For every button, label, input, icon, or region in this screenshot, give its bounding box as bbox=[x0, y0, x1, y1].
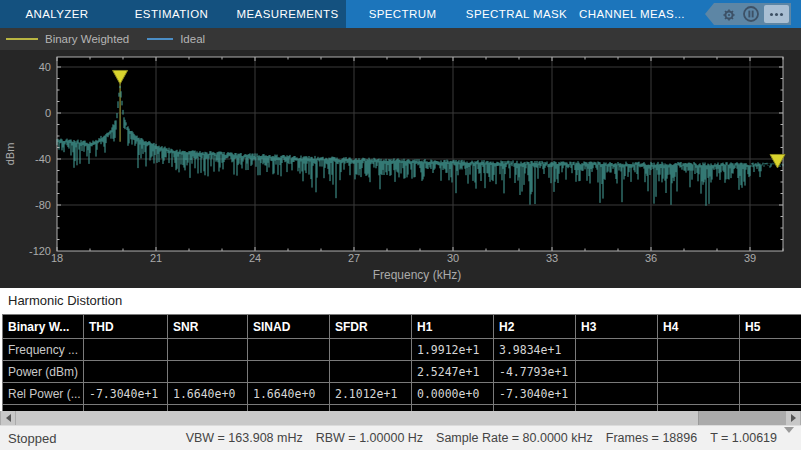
table-cell: -7.3040e+1 bbox=[494, 383, 576, 405]
tab-spectral-mask[interactable]: SPECTRAL MASK bbox=[459, 0, 574, 28]
y-tick-label: -120 bbox=[29, 245, 51, 257]
status-metric: Sample Rate = 80.0000 kHz bbox=[436, 431, 593, 445]
pause-icon[interactable] bbox=[742, 5, 760, 23]
harmonic-distortion-panel: Harmonic Distortion Binary W...THDSNRSIN… bbox=[0, 288, 801, 450]
harmonic-table: Binary W...THDSNRSINADSFDRH1H2H3H4H5Freq… bbox=[2, 314, 801, 411]
status-metric: VBW = 163.908 mHz bbox=[186, 431, 303, 445]
tab-channel-meas[interactable]: CHANNEL MEAS... bbox=[574, 0, 690, 28]
scroll-left-button[interactable] bbox=[1, 411, 15, 425]
x-axis-label: Frequency (kHz) bbox=[373, 268, 462, 282]
spectrum-plot-panel: 1821242730333639400-40-80-120Frequency (… bbox=[0, 50, 801, 288]
x-tick-label: 21 bbox=[150, 252, 162, 264]
column-header-h5: H5 bbox=[740, 315, 801, 339]
legend-label: Binary Weighted bbox=[45, 33, 129, 45]
row-label: Frequency ... bbox=[3, 339, 84, 361]
x-tick-label: 24 bbox=[249, 252, 261, 264]
legend-item-ideal[interactable]: Ideal bbox=[147, 33, 205, 45]
table-cell bbox=[658, 361, 740, 383]
row-label: Rel Power (... bbox=[3, 383, 84, 405]
column-header-h3: H3 bbox=[576, 315, 658, 339]
column-header-binary-w: Binary W... bbox=[3, 315, 84, 339]
spectrum-plot[interactable]: 1821242730333639400-40-80-120Frequency (… bbox=[0, 50, 801, 288]
table-cell: -4.7793e+1 bbox=[494, 361, 576, 383]
status-metrics: VBW = 163.908 mHzRBW = 1.00000 HzSample … bbox=[186, 431, 777, 445]
table-cell bbox=[576, 383, 658, 405]
x-tick-label: 30 bbox=[447, 252, 459, 264]
table-cell bbox=[740, 361, 801, 383]
x-tick-label: 18 bbox=[51, 252, 63, 264]
column-header-sinad: SINAD bbox=[248, 315, 330, 339]
legend-line-icon bbox=[6, 38, 38, 40]
harmonic-table-container: Binary W...THDSNRSINADSFDRH1H2H3H4H5Freq… bbox=[2, 314, 801, 411]
table-cell bbox=[84, 361, 168, 383]
x-tick-label: 33 bbox=[546, 252, 558, 264]
tab-analyzer[interactable]: ANALYZER bbox=[0, 0, 114, 28]
table-cell: 2.5247e+1 bbox=[412, 361, 494, 383]
legend-label: Ideal bbox=[180, 33, 205, 45]
table-cell bbox=[248, 339, 330, 361]
table-cell bbox=[84, 339, 168, 361]
status-metric: Frames = 18896 bbox=[606, 431, 697, 445]
y-tick-label: 40 bbox=[39, 61, 51, 73]
table-cell bbox=[576, 361, 658, 383]
x-tick-label: 39 bbox=[744, 252, 756, 264]
table-cell: 1.6640e+0 bbox=[248, 383, 330, 405]
table-cell: 1.9912e+1 bbox=[412, 339, 494, 361]
table-cell bbox=[248, 361, 330, 383]
table-cell: 2.1012e+1 bbox=[330, 383, 412, 405]
collapse-panel-icon[interactable] bbox=[784, 433, 797, 444]
legend-bar: Binary WeightedIdeal bbox=[0, 28, 801, 50]
status-bar: Stopped VBW = 163.908 mHzRBW = 1.00000 H… bbox=[0, 425, 801, 450]
horizontal-scrollbar[interactable] bbox=[0, 411, 801, 425]
table-row-rel-power[interactable]: Rel Power (...-7.3040e+11.6640e+01.6640e… bbox=[3, 383, 801, 405]
table-cell bbox=[330, 339, 412, 361]
legend-line-icon bbox=[147, 38, 173, 40]
more-options-button[interactable] bbox=[764, 5, 789, 23]
y-tick-label: -80 bbox=[35, 199, 51, 211]
table-cell bbox=[168, 339, 248, 361]
column-header-snr: SNR bbox=[168, 315, 248, 339]
simulation-status: Stopped bbox=[8, 431, 56, 446]
y-tick-label: 0 bbox=[45, 107, 51, 119]
x-tick-label: 27 bbox=[348, 252, 360, 264]
table-cell bbox=[576, 339, 658, 361]
gear-icon[interactable] bbox=[720, 5, 738, 23]
row-label: Power (dBm) bbox=[3, 361, 84, 383]
table-row-power-dbm[interactable]: Power (dBm)2.5247e+1-4.7793e+1 bbox=[3, 361, 801, 383]
x-tick-label: 36 bbox=[645, 252, 657, 264]
scrollbar-thumb[interactable] bbox=[16, 411, 699, 425]
panel-title: Harmonic Distortion bbox=[8, 293, 122, 308]
table-cell: 1.6640e+0 bbox=[168, 383, 248, 405]
table-cell: 3.9834e+1 bbox=[494, 339, 576, 361]
y-axis-label: dBm bbox=[4, 143, 16, 166]
table-cell bbox=[168, 361, 248, 383]
table-cell bbox=[658, 383, 740, 405]
table-cell bbox=[330, 361, 412, 383]
tab-estimation[interactable]: ESTIMATION bbox=[114, 0, 229, 28]
table-row-frequency[interactable]: Frequency ...1.9912e+13.9834e+1 bbox=[3, 339, 801, 361]
column-header-h2: H2 bbox=[494, 315, 576, 339]
spectrum-analyzer-window: ANALYZERESTIMATIONMEASUREMENTS SPECTRUMS… bbox=[0, 0, 801, 450]
tab-spectrum[interactable]: SPECTRUM bbox=[346, 0, 459, 28]
table-cell bbox=[658, 339, 740, 361]
tab-measurements[interactable]: MEASUREMENTS bbox=[229, 0, 346, 28]
legend-item-binary-weighted[interactable]: Binary Weighted bbox=[6, 33, 129, 45]
left-arrow-icon bbox=[6, 414, 11, 422]
y-tick-label: -40 bbox=[35, 153, 51, 165]
table-cell bbox=[740, 383, 801, 405]
status-metric: T = 1.00619 bbox=[710, 431, 777, 445]
column-header-sfdr: SFDR bbox=[330, 315, 412, 339]
toolstrip-contextual-tabs: SPECTRUMSPECTRAL MASKCHANNEL MEAS... bbox=[346, 0, 801, 28]
status-metric: RBW = 1.00000 Hz bbox=[316, 431, 423, 445]
right-arrow-icon bbox=[791, 414, 796, 422]
table-cell: 0.0000e+0 bbox=[412, 383, 494, 405]
column-header-h4: H4 bbox=[658, 315, 740, 339]
table-cell: -7.3040e+1 bbox=[84, 383, 168, 405]
toolstrip: ANALYZERESTIMATIONMEASUREMENTS SPECTRUMS… bbox=[0, 0, 801, 28]
column-header-thd: THD bbox=[84, 315, 168, 339]
table-cell bbox=[740, 339, 801, 361]
scroll-right-button[interactable] bbox=[786, 411, 800, 425]
toolstrip-main-tabs: ANALYZERESTIMATIONMEASUREMENTS bbox=[0, 0, 346, 28]
column-header-h1: H1 bbox=[412, 315, 494, 339]
quick-access-bar bbox=[705, 3, 791, 25]
